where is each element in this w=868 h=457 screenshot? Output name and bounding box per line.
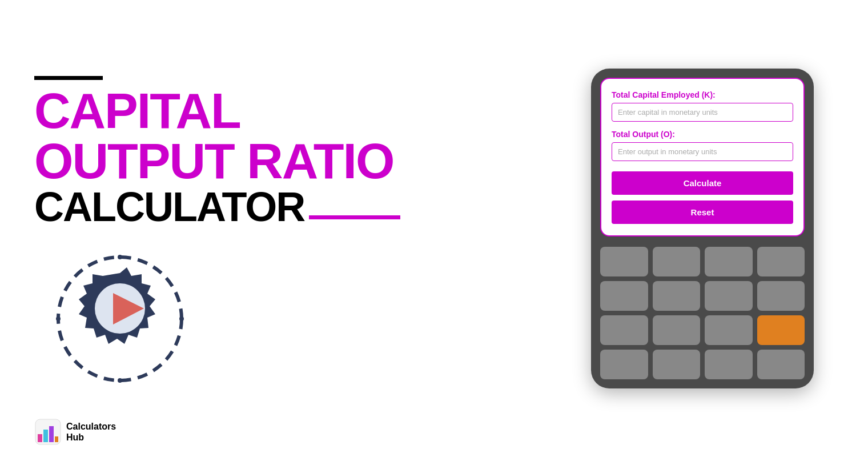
right-section: Total Capital Employed (K): Total Output… xyxy=(582,69,822,388)
key-4[interactable] xyxy=(757,247,805,276)
key-8[interactable] xyxy=(757,281,805,311)
calculator-screen: Total Capital Employed (K): Total Output… xyxy=(600,78,805,236)
key-5[interactable] xyxy=(600,281,648,311)
svg-point-3 xyxy=(118,255,122,259)
title-line3: CALCULATOR xyxy=(34,186,582,227)
svg-point-6 xyxy=(179,316,184,321)
key-3[interactable] xyxy=(705,247,753,276)
capital-label: Total Capital Employed (K): xyxy=(612,90,793,99)
key-2[interactable] xyxy=(653,247,701,276)
svg-rect-11 xyxy=(55,436,58,442)
left-section: CAPITAL OUTPUT RATIO CALCULATOR xyxy=(34,65,582,393)
svg-rect-9 xyxy=(43,430,48,442)
svg-point-5 xyxy=(56,316,61,321)
key-10[interactable] xyxy=(653,315,701,345)
title-line1: CAPITAL xyxy=(34,86,582,136)
key-12[interactable] xyxy=(600,350,648,379)
key-9[interactable] xyxy=(600,315,648,345)
logo-calculators: Calculators xyxy=(66,421,116,432)
key-13[interactable] xyxy=(653,350,701,379)
key-enter[interactable] xyxy=(757,315,805,345)
svg-rect-10 xyxy=(49,426,54,442)
reset-button[interactable]: Reset xyxy=(612,201,793,224)
capital-input[interactable] xyxy=(612,103,793,122)
calculator-keypad xyxy=(600,247,805,379)
logo-hub: Hub xyxy=(66,432,116,443)
logo-section: Calculators Hub xyxy=(34,418,116,446)
svg-point-4 xyxy=(118,378,122,383)
logo-icon xyxy=(34,418,62,446)
title-line2: OUTPUT RATIO xyxy=(34,136,582,186)
key-15[interactable] xyxy=(757,350,805,379)
title-underline xyxy=(309,215,400,219)
calculator-device: Total Capital Employed (K): Total Output… xyxy=(591,69,814,388)
gear-icon xyxy=(51,244,200,393)
title-bar-top xyxy=(34,76,103,80)
svg-rect-8 xyxy=(38,434,42,442)
gear-illustration-section xyxy=(34,244,582,393)
key-6[interactable] xyxy=(653,281,701,311)
output-input[interactable] xyxy=(612,142,793,161)
key-14[interactable] xyxy=(705,350,753,379)
key-1[interactable] xyxy=(600,247,648,276)
key-11[interactable] xyxy=(705,315,753,345)
output-label: Total Output (O): xyxy=(612,130,793,139)
calculate-button[interactable]: Calculate xyxy=(612,171,793,195)
logo-text: Calculators Hub xyxy=(66,421,116,443)
key-7[interactable] xyxy=(705,281,753,311)
